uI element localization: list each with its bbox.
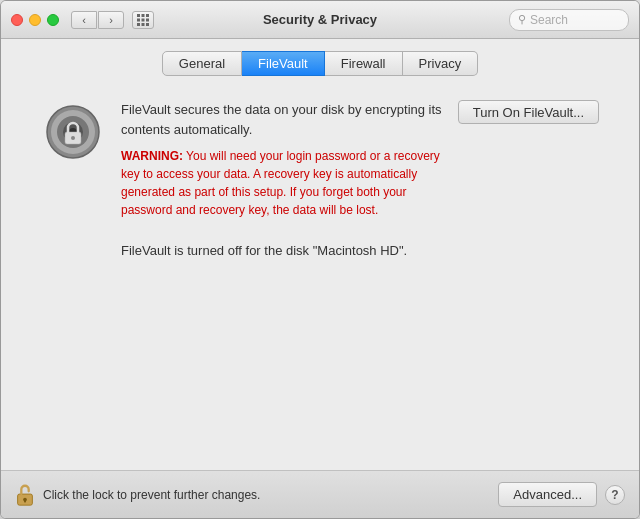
svg-rect-18 [24, 499, 26, 502]
titlebar: ‹ › Security & Privacy ⚲ Search [1, 1, 639, 39]
svg-rect-1 [142, 14, 145, 17]
bottom-right: Advanced... ? [498, 482, 625, 507]
minimize-button[interactable] [29, 14, 41, 26]
filevault-icon [41, 100, 105, 164]
traffic-lights [11, 14, 59, 26]
svg-rect-2 [146, 14, 149, 17]
svg-point-15 [71, 136, 75, 140]
search-icon: ⚲ [518, 13, 526, 26]
svg-rect-3 [137, 18, 140, 21]
filevault-top-row: FileVault secures the data on your disk … [41, 100, 599, 219]
filevault-description-area: FileVault secures the data on your disk … [121, 100, 442, 219]
svg-rect-7 [142, 23, 145, 26]
search-bar[interactable]: ⚲ Search [509, 9, 629, 31]
main-window: ‹ › Security & Privacy ⚲ Search General [0, 0, 640, 519]
tabs-container: General FileVault Firewall Privacy [1, 39, 639, 84]
window-title: Security & Privacy [263, 12, 377, 27]
svg-rect-5 [146, 18, 149, 21]
warning-label: WARNING: [121, 149, 183, 163]
tab-general[interactable]: General [162, 51, 242, 76]
content-area: FileVault secures the data on your disk … [1, 84, 639, 470]
forward-button[interactable]: › [98, 11, 124, 29]
help-button[interactable]: ? [605, 485, 625, 505]
svg-rect-0 [137, 14, 140, 17]
lock-label: Click the lock to prevent further change… [43, 488, 260, 502]
tab-privacy[interactable]: Privacy [403, 51, 479, 76]
nav-buttons: ‹ › [71, 11, 124, 29]
svg-rect-4 [142, 18, 145, 21]
turn-on-filevault-button[interactable]: Turn On FileVault... [458, 100, 599, 124]
bottom-bar: Click the lock to prevent further change… [1, 470, 639, 518]
close-button[interactable] [11, 14, 23, 26]
grid-button[interactable] [132, 11, 154, 29]
search-placeholder: Search [530, 13, 568, 27]
svg-rect-6 [137, 23, 140, 26]
filevault-warning: WARNING: You will need your login passwo… [121, 147, 442, 219]
filevault-description: FileVault secures the data on your disk … [121, 100, 442, 139]
lock-button-area[interactable]: Click the lock to prevent further change… [15, 483, 260, 507]
tab-filevault[interactable]: FileVault [242, 51, 325, 76]
advanced-button[interactable]: Advanced... [498, 482, 597, 507]
back-button[interactable]: ‹ [71, 11, 97, 29]
svg-rect-8 [146, 23, 149, 26]
lock-icon [15, 483, 35, 507]
tab-firewall[interactable]: Firewall [325, 51, 403, 76]
filevault-status: FileVault is turned off for the disk "Ma… [41, 243, 599, 258]
maximize-button[interactable] [47, 14, 59, 26]
